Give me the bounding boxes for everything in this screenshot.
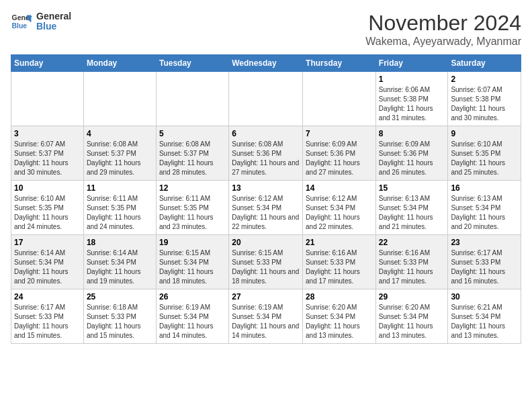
- calendar-cell: [303, 72, 376, 126]
- calendar-cell: 4Sunrise: 6:08 AM Sunset: 5:37 PM Daylig…: [83, 126, 156, 181]
- day-number: 5: [159, 129, 226, 138]
- calendar-cell: 27Sunrise: 6:19 AM Sunset: 5:34 PM Dayli…: [229, 289, 303, 344]
- calendar-week-row: 10Sunrise: 6:10 AM Sunset: 5:35 PM Dayli…: [11, 181, 521, 235]
- calendar-cell: 16Sunrise: 6:13 AM Sunset: 5:34 PM Dayli…: [448, 181, 521, 235]
- calendar-cell: 12Sunrise: 6:11 AM Sunset: 5:35 PM Dayli…: [156, 181, 228, 235]
- day-info: Sunrise: 6:21 AM Sunset: 5:34 PM Dayligh…: [451, 303, 518, 340]
- day-number: 29: [379, 292, 445, 302]
- calendar-cell: 28Sunrise: 6:20 AM Sunset: 5:34 PM Dayli…: [303, 289, 376, 344]
- day-info: Sunrise: 6:14 AM Sunset: 5:34 PM Dayligh…: [14, 248, 81, 286]
- day-number: 6: [232, 129, 300, 138]
- day-info: Sunrise: 6:06 AM Sunset: 5:38 PM Dayligh…: [379, 85, 445, 123]
- day-info: Sunrise: 6:08 AM Sunset: 5:37 PM Dayligh…: [87, 140, 153, 177]
- day-info: Sunrise: 6:16 AM Sunset: 5:33 PM Dayligh…: [306, 248, 373, 286]
- calendar-cell: 1Sunrise: 6:06 AM Sunset: 5:38 PM Daylig…: [375, 72, 448, 126]
- calendar-cell: 9Sunrise: 6:10 AM Sunset: 5:35 PM Daylig…: [448, 126, 521, 181]
- day-number: 22: [379, 238, 445, 247]
- day-number: 2: [451, 75, 518, 84]
- day-number: 17: [14, 238, 81, 247]
- day-number: 11: [87, 183, 153, 193]
- day-number: 26: [159, 292, 226, 302]
- day-number: 9: [451, 129, 518, 138]
- calendar-cell: 29Sunrise: 6:20 AM Sunset: 5:34 PM Dayli…: [375, 289, 448, 344]
- day-number: 30: [451, 292, 518, 302]
- day-info: Sunrise: 6:17 AM Sunset: 5:33 PM Dayligh…: [14, 303, 81, 340]
- weekday-header-sunday: Sunday: [11, 55, 84, 72]
- calendar-cell: 8Sunrise: 6:09 AM Sunset: 5:36 PM Daylig…: [375, 126, 448, 181]
- calendar-cell: 13Sunrise: 6:12 AM Sunset: 5:34 PM Dayli…: [229, 181, 303, 235]
- calendar-cell: 10Sunrise: 6:10 AM Sunset: 5:35 PM Dayli…: [11, 181, 84, 235]
- day-info: Sunrise: 6:11 AM Sunset: 5:35 PM Dayligh…: [87, 194, 153, 232]
- logo-line1: General: [36, 11, 71, 21]
- weekday-header-monday: Monday: [83, 55, 156, 72]
- day-number: 14: [306, 183, 373, 193]
- weekday-header-wednesday: Wednesday: [229, 55, 303, 72]
- day-info: Sunrise: 6:20 AM Sunset: 5:34 PM Dayligh…: [306, 303, 373, 340]
- day-info: Sunrise: 6:12 AM Sunset: 5:34 PM Dayligh…: [232, 194, 300, 232]
- calendar-cell: 6Sunrise: 6:08 AM Sunset: 5:36 PM Daylig…: [229, 126, 303, 181]
- day-info: Sunrise: 6:12 AM Sunset: 5:34 PM Dayligh…: [306, 194, 373, 232]
- calendar-cell: [156, 72, 228, 126]
- day-info: Sunrise: 6:17 AM Sunset: 5:33 PM Dayligh…: [451, 248, 518, 286]
- calendar-cell: [83, 72, 156, 126]
- logo-line2: Blue: [36, 21, 71, 32]
- day-info: Sunrise: 6:10 AM Sunset: 5:35 PM Dayligh…: [451, 140, 518, 177]
- day-info: Sunrise: 6:07 AM Sunset: 5:38 PM Dayligh…: [451, 85, 518, 123]
- day-info: Sunrise: 6:13 AM Sunset: 5:34 PM Dayligh…: [451, 194, 518, 232]
- calendar-week-row: 1Sunrise: 6:06 AM Sunset: 5:38 PM Daylig…: [11, 72, 521, 126]
- day-info: Sunrise: 6:19 AM Sunset: 5:34 PM Dayligh…: [159, 303, 226, 340]
- day-number: 7: [306, 129, 373, 138]
- weekday-header-saturday: Saturday: [448, 55, 521, 72]
- calendar-cell: 24Sunrise: 6:17 AM Sunset: 5:33 PM Dayli…: [11, 289, 84, 344]
- day-number: 23: [451, 238, 518, 247]
- calendar-cell: 30Sunrise: 6:21 AM Sunset: 5:34 PM Dayli…: [448, 289, 521, 344]
- calendar-cell: 17Sunrise: 6:14 AM Sunset: 5:34 PM Dayli…: [11, 235, 84, 289]
- calendar-cell: [229, 72, 303, 126]
- calendar-week-row: 3Sunrise: 6:07 AM Sunset: 5:37 PM Daylig…: [11, 126, 521, 181]
- day-number: 13: [232, 183, 300, 193]
- calendar-cell: 22Sunrise: 6:16 AM Sunset: 5:33 PM Dayli…: [375, 235, 448, 289]
- day-info: Sunrise: 6:11 AM Sunset: 5:35 PM Dayligh…: [159, 194, 226, 232]
- weekday-header-tuesday: Tuesday: [156, 55, 228, 72]
- day-info: Sunrise: 6:10 AM Sunset: 5:35 PM Dayligh…: [14, 194, 81, 232]
- calendar-week-row: 17Sunrise: 6:14 AM Sunset: 5:34 PM Dayli…: [11, 235, 521, 289]
- day-info: Sunrise: 6:16 AM Sunset: 5:33 PM Dayligh…: [379, 248, 445, 286]
- calendar-cell: 21Sunrise: 6:16 AM Sunset: 5:33 PM Dayli…: [303, 235, 376, 289]
- day-info: Sunrise: 6:07 AM Sunset: 5:37 PM Dayligh…: [14, 140, 81, 177]
- calendar-cell: 15Sunrise: 6:13 AM Sunset: 5:34 PM Dayli…: [375, 181, 448, 235]
- day-number: 4: [87, 129, 153, 138]
- calendar-cell: 18Sunrise: 6:14 AM Sunset: 5:34 PM Dayli…: [83, 235, 156, 289]
- day-info: Sunrise: 6:15 AM Sunset: 5:33 PM Dayligh…: [232, 248, 300, 286]
- day-info: Sunrise: 6:08 AM Sunset: 5:36 PM Dayligh…: [232, 140, 300, 177]
- day-number: 24: [14, 292, 81, 302]
- calendar-cell: 20Sunrise: 6:15 AM Sunset: 5:33 PM Dayli…: [229, 235, 303, 289]
- calendar-cell: 2Sunrise: 6:07 AM Sunset: 5:38 PM Daylig…: [448, 72, 521, 126]
- calendar-cell: 5Sunrise: 6:08 AM Sunset: 5:37 PM Daylig…: [156, 126, 228, 181]
- month-title: November 2024: [365, 11, 521, 36]
- logo: General Blue General Blue: [11, 11, 71, 32]
- day-info: Sunrise: 6:20 AM Sunset: 5:34 PM Dayligh…: [379, 303, 445, 340]
- day-number: 10: [14, 183, 81, 193]
- calendar-cell: 11Sunrise: 6:11 AM Sunset: 5:35 PM Dayli…: [83, 181, 156, 235]
- weekday-header-thursday: Thursday: [303, 55, 376, 72]
- weekday-header-row: SundayMondayTuesdayWednesdayThursdayFrid…: [11, 55, 521, 72]
- calendar-cell: [11, 72, 84, 126]
- day-number: 8: [379, 129, 445, 138]
- day-number: 19: [159, 238, 226, 247]
- day-info: Sunrise: 6:19 AM Sunset: 5:34 PM Dayligh…: [232, 303, 300, 340]
- svg-text:Blue: Blue: [12, 22, 28, 30]
- page-header: General Blue General Blue November 2024 …: [11, 11, 521, 48]
- day-number: 25: [87, 292, 153, 302]
- day-number: 16: [451, 183, 518, 193]
- location: Wakema, Ayeyarwady, Myanmar: [365, 36, 521, 48]
- day-info: Sunrise: 6:14 AM Sunset: 5:34 PM Dayligh…: [87, 248, 153, 286]
- calendar-week-row: 24Sunrise: 6:17 AM Sunset: 5:33 PM Dayli…: [11, 289, 521, 344]
- day-info: Sunrise: 6:09 AM Sunset: 5:36 PM Dayligh…: [306, 140, 373, 177]
- calendar-table: SundayMondayTuesdayWednesdayThursdayFrid…: [11, 54, 521, 344]
- calendar-cell: 25Sunrise: 6:18 AM Sunset: 5:33 PM Dayli…: [83, 289, 156, 344]
- day-number: 1: [379, 75, 445, 84]
- weekday-header-friday: Friday: [375, 55, 448, 72]
- day-info: Sunrise: 6:18 AM Sunset: 5:33 PM Dayligh…: [87, 303, 153, 340]
- day-number: 18: [87, 238, 153, 247]
- day-number: 21: [306, 238, 373, 247]
